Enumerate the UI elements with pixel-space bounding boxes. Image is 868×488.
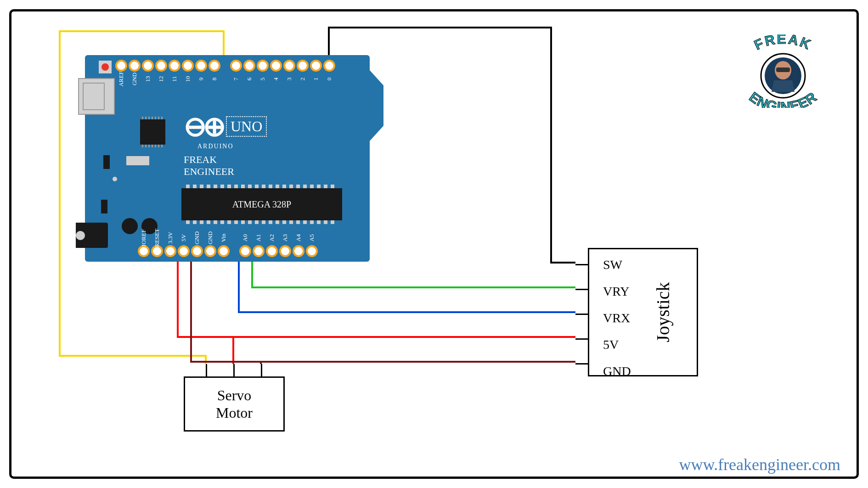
ioref-dot xyxy=(113,177,117,181)
pin-a5: A5 xyxy=(306,245,318,257)
pin-a0: A0 xyxy=(239,245,251,257)
atmega-chip: ATMEGA 328P xyxy=(181,188,342,220)
servo-label: ServoMotor xyxy=(216,387,253,422)
joystick-pin-5v: 5V xyxy=(603,337,631,352)
pin-d7: 7 xyxy=(230,60,242,72)
joystick-pin-vry: VRY xyxy=(603,284,631,299)
small-chip xyxy=(140,119,165,145)
svg-text:FREAK: FREAK xyxy=(752,34,814,53)
joystick-lead-vry xyxy=(575,289,589,290)
servo-lead-1 xyxy=(206,364,207,378)
component-1 xyxy=(103,155,110,169)
infinity-logo: ⊖⊕ xyxy=(184,110,222,143)
pin-aref: AREF xyxy=(115,60,127,72)
joystick-pin-labels: SW VRY VRX 5V GND xyxy=(603,258,631,379)
pin-gnd-top: GND xyxy=(129,60,141,72)
servo-lead-2 xyxy=(233,364,235,378)
joystick-lead-5v xyxy=(575,338,589,340)
pin-d2: 2 xyxy=(297,60,309,72)
pin-a4: A4 xyxy=(293,245,304,257)
capacitors xyxy=(122,218,158,234)
pin-d12: 12 xyxy=(155,60,167,72)
brand-text: FREAK ENGINEER xyxy=(184,154,267,178)
pin-ioref: IOREF xyxy=(138,245,150,257)
joystick-pin-vrx: VRX xyxy=(603,311,631,325)
joystick-module: SW VRY VRX 5V GND Joystick xyxy=(588,248,698,376)
uno-label: UNO xyxy=(226,116,267,137)
arduino-label: ARDUINO xyxy=(197,143,267,150)
joystick-lead-sw xyxy=(575,264,589,265)
pin-d6: 6 xyxy=(243,60,255,72)
pin-a1: A1 xyxy=(253,245,265,257)
freak-engineer-logo: FREAK ENGINEER xyxy=(730,34,836,108)
pin-gnd-2: GND xyxy=(204,245,216,257)
bottom-pin-row: IOREF RESET 3.3V 5V GND GND Vin A0 A1 A2… xyxy=(138,245,318,257)
usb-port xyxy=(78,78,115,115)
pin-reset: RESET xyxy=(151,245,163,257)
power-jack xyxy=(76,223,108,248)
pin-gnd-1: GND xyxy=(191,245,203,257)
pin-5v: 5V xyxy=(178,245,190,257)
servo-motor: ServoMotor xyxy=(184,376,285,432)
pin-d4: 4 xyxy=(270,60,282,72)
component-2 xyxy=(101,200,107,213)
servo-lead-3 xyxy=(261,364,262,378)
pin-d10: 10 xyxy=(182,60,194,72)
pin-d1: 1 xyxy=(310,60,322,72)
pin-3v3: 3.3V xyxy=(164,245,176,257)
pin-d13: 13 xyxy=(142,60,154,72)
component-rect xyxy=(126,156,149,165)
pin-d8: 8 xyxy=(209,60,220,72)
joystick-title: Joystick xyxy=(652,282,674,342)
joystick-pin-sw: SW xyxy=(603,258,631,272)
pin-d3: 3 xyxy=(283,60,295,72)
svg-rect-4 xyxy=(776,67,790,72)
arduino-board: ATMEGA 328P ⊖⊕ UNO ARDUINO FREAK ENGINEE… xyxy=(85,55,370,262)
arduino-logo-area: ⊖⊕ UNO ARDUINO FREAK ENGINEER xyxy=(184,110,267,178)
pin-d0: 0 xyxy=(323,60,335,72)
website-url: www.freakengineer.com xyxy=(679,455,840,474)
pin-vin: Vin xyxy=(218,245,230,257)
capacitor-1 xyxy=(122,218,138,234)
joystick-pin-gnd: GND xyxy=(603,364,631,379)
pin-d9: 9 xyxy=(195,60,207,72)
pin-d5: 5 xyxy=(257,60,269,72)
joystick-lead-vrx xyxy=(575,314,589,315)
pin-a2: A2 xyxy=(266,245,278,257)
top-pin-row: AREF GND 13 12 11 10 9 8 7 6 5 4 3 2 1 0 xyxy=(96,60,335,72)
pin-d11: 11 xyxy=(169,60,180,72)
joystick-lead-gnd xyxy=(575,363,589,365)
pin-a3: A3 xyxy=(279,245,291,257)
